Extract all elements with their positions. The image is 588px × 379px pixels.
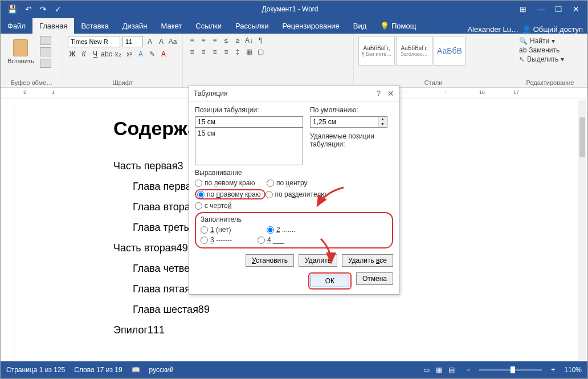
ruler-vertical[interactable] xyxy=(4,100,14,360)
group-label: Шрифт xyxy=(68,79,178,86)
tab-mailings[interactable]: Рассылки xyxy=(228,18,275,34)
clear-all-button[interactable]: Удалить все xyxy=(342,254,393,267)
align-center-radio[interactable]: по центру xyxy=(267,179,338,187)
font-color-icon[interactable]: A xyxy=(159,50,168,59)
cancel-button[interactable]: Отмена xyxy=(356,272,393,285)
toc-entry: Глава шестая89 xyxy=(113,299,577,320)
group-label: Буфер обме… xyxy=(5,79,58,86)
tab-review[interactable]: Рецензирование xyxy=(275,18,346,34)
redo-icon[interactable]: ↷ xyxy=(40,5,47,14)
tab-position-input[interactable] xyxy=(195,116,303,128)
sort-icon[interactable]: A↓ xyxy=(244,36,254,45)
superscript-button[interactable]: x² xyxy=(125,50,134,59)
vertical-scrollbar[interactable] xyxy=(578,100,586,360)
style-heading[interactable]: АаБбВвГг, Заголово… xyxy=(396,36,432,66)
read-mode-icon[interactable]: ▭ xyxy=(423,366,430,374)
scrollbar-thumb[interactable] xyxy=(579,117,585,157)
user-name[interactable]: Alexander Lu… xyxy=(467,25,518,34)
print-layout-icon[interactable]: ▦ xyxy=(436,366,442,374)
borders-icon[interactable]: ▢ xyxy=(256,47,265,56)
spinner-buttons[interactable]: ▲▼ xyxy=(378,116,387,128)
shading-icon[interactable]: ▦ xyxy=(244,47,254,56)
tab-references[interactable]: Ссылки xyxy=(189,18,228,34)
zoom-out-icon[interactable]: − xyxy=(466,366,470,374)
style-normal[interactable]: АаБбВвГг, ¶ Без инте… xyxy=(358,36,395,66)
leader-label: Заполнитель xyxy=(201,215,387,223)
zoom-in-icon[interactable]: + xyxy=(551,366,555,374)
style-title[interactable]: АаБбВ xyxy=(434,36,466,66)
tab-file[interactable]: Файл xyxy=(1,18,32,34)
minimize-icon[interactable]: — xyxy=(537,5,545,14)
save-icon[interactable]: 💾 xyxy=(7,5,17,14)
cut-button[interactable] xyxy=(40,36,51,45)
undo-icon[interactable]: ↶ xyxy=(25,5,32,14)
tab-insert[interactable]: Вставка xyxy=(74,18,115,34)
grow-font-icon[interactable]: A xyxy=(145,37,154,46)
indent-dec-icon[interactable]: ≤ xyxy=(222,36,231,45)
multilevel-icon[interactable]: ≡ xyxy=(210,36,219,45)
justify-icon[interactable]: ≡ xyxy=(222,47,231,56)
tab-design[interactable]: Дизайн xyxy=(116,18,154,34)
help-icon[interactable]: ? xyxy=(377,89,381,97)
paste-button[interactable]: Вставить xyxy=(5,38,36,66)
align-center-icon[interactable]: ≡ xyxy=(199,47,208,56)
zoom-slider[interactable] xyxy=(479,369,542,371)
page-number[interactable]: Страница 1 из 125 xyxy=(6,366,65,374)
copy-button[interactable] xyxy=(40,47,51,56)
zoom-level[interactable]: 110% xyxy=(564,366,582,374)
replace-button[interactable]: abЗаменить xyxy=(519,46,581,54)
show-marks-icon[interactable]: ¶ xyxy=(256,36,265,45)
group-editing: 🔍Найти ▾ abЗаменить ↖Выделить ▾ Редактир… xyxy=(513,34,587,87)
tab-view[interactable]: Вид xyxy=(346,18,374,34)
list-item[interactable]: 15 см xyxy=(198,129,300,137)
shrink-font-icon[interactable]: A xyxy=(157,37,166,46)
ok-button[interactable]: ОК xyxy=(311,275,349,287)
numbering-icon[interactable]: ≡ xyxy=(199,36,208,45)
default-stops-input[interactable] xyxy=(310,116,378,128)
group-clipboard: Вставить Буфер обме… xyxy=(1,34,63,87)
leader-dots-radio[interactable]: 2 ....... xyxy=(267,226,333,234)
leader-none-radio[interactable]: 1 (нет) xyxy=(201,226,267,234)
line-spacing-icon[interactable]: ‡ xyxy=(233,47,242,56)
align-left-icon[interactable]: ≡ xyxy=(187,47,197,56)
font-size-combo[interactable] xyxy=(122,36,143,47)
indent-inc-icon[interactable]: ≥ xyxy=(233,36,242,45)
tab-position-list[interactable]: 15 см xyxy=(195,128,303,165)
tab-tell-me[interactable]: 💡 Помощ xyxy=(373,18,423,34)
bullets-icon[interactable]: ≡ xyxy=(187,36,197,45)
web-layout-icon[interactable]: ▤ xyxy=(448,366,455,374)
close-icon[interactable]: ✕ xyxy=(573,5,579,14)
align-right-icon[interactable]: ≡ xyxy=(210,47,219,56)
word-count[interactable]: Слово 17 из 19 xyxy=(74,366,122,374)
spell-icon[interactable]: ✓ xyxy=(55,5,62,14)
find-button[interactable]: 🔍Найти ▾ xyxy=(519,37,581,45)
toc-entry: Эпилог111 xyxy=(113,320,577,340)
maximize-icon[interactable]: ☐ xyxy=(555,5,562,14)
annotation-arrow-2 xyxy=(314,238,342,268)
underline-button[interactable]: Ч xyxy=(91,50,100,59)
format-painter-button[interactable] xyxy=(40,59,51,68)
title-bar: 💾 ↶ ↷ ✓ Документ1 - Word ⊞ — ☐ ✕ xyxy=(1,1,587,18)
close-dialog-icon[interactable]: ✕ xyxy=(387,89,394,98)
spell-check-icon[interactable]: 📖 xyxy=(132,366,140,374)
text-effects-icon[interactable]: A xyxy=(136,50,145,59)
share-button[interactable]: 👤 Общий доступ xyxy=(522,25,583,34)
highlight-icon[interactable]: ✎ xyxy=(148,50,157,59)
subscript-button[interactable]: x₂ xyxy=(113,50,122,59)
align-bar-radio[interactable]: с чертой xyxy=(195,202,267,210)
font-name-combo[interactable] xyxy=(68,36,120,47)
bold-button[interactable]: Ж xyxy=(68,50,77,59)
ribbon-options-icon[interactable]: ⊞ xyxy=(520,5,526,14)
strike-button[interactable]: abc xyxy=(102,50,111,59)
leader-dashes-radio[interactable]: 3 ------- xyxy=(201,236,258,244)
align-right-radio[interactable]: по правому краю xyxy=(195,189,266,199)
italic-button[interactable]: К xyxy=(79,50,88,59)
tab-home[interactable]: Главная xyxy=(32,18,74,34)
select-button[interactable]: ↖Выделить ▾ xyxy=(519,55,581,63)
group-font: A A Aa Ж К Ч abc x₂ x² A ✎ A Шрифт xyxy=(63,34,183,87)
set-button[interactable]: Установить xyxy=(246,254,294,267)
align-left-radio[interactable]: по левому краю xyxy=(195,179,267,187)
change-case-icon[interactable]: Aa xyxy=(168,37,177,46)
language[interactable]: русский xyxy=(149,366,174,374)
tab-layout[interactable]: Макет xyxy=(154,18,189,34)
